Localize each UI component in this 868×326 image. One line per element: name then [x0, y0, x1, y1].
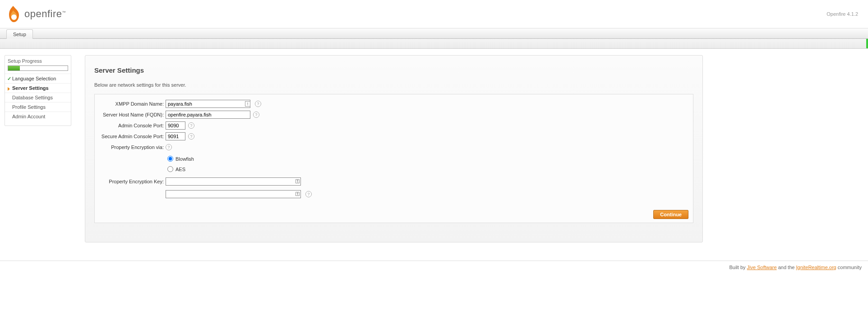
- form-box: XMPP Domain Name: ! ? Server Host Name (…: [94, 94, 693, 223]
- tab-bar: Setup: [0, 28, 868, 39]
- flame-icon: [5, 5, 21, 23]
- key-icon: ⚿: [295, 179, 301, 184]
- row-admin-port: Admin Console Port: ?: [100, 121, 688, 130]
- step-list: Language Selection Server Settings Datab…: [5, 74, 71, 121]
- radio-aes[interactable]: [167, 166, 173, 172]
- step-database: Database Settings: [5, 93, 71, 102]
- radio-aes-label: AES: [175, 167, 185, 172]
- footer-link-jive[interactable]: Jive Software: [747, 265, 777, 270]
- footer-link-ignite[interactable]: IgniteRealtime.org: [796, 265, 836, 270]
- label-secure-port: Secure Admin Console Port:: [100, 134, 166, 139]
- page-title: Server Settings: [94, 66, 693, 74]
- row-enc-key-1: Property Encryption Key: ⚿: [100, 177, 688, 186]
- progress-bar: [8, 65, 68, 71]
- content-wrap: Setup Progress Language Selection Server…: [0, 49, 868, 251]
- brand-text: openfire™: [24, 8, 66, 20]
- server-settings-panel: Server Settings Below are network settin…: [85, 55, 703, 242]
- help-icon[interactable]: ?: [188, 133, 194, 140]
- footer-community: community: [836, 265, 862, 270]
- page-description: Below are network settings for this serv…: [94, 82, 693, 88]
- enc-key-section: Property Encryption Key: ⚿ ⚿ ?: [100, 177, 688, 199]
- step-language[interactable]: Language Selection: [5, 74, 71, 83]
- label-enc-key: Property Encryption Key:: [100, 179, 166, 184]
- input-admin-port[interactable]: [166, 121, 185, 130]
- footer: Built by Jive Software and the IgniteRea…: [0, 261, 868, 274]
- label-xmpp-domain: XMPP Domain Name:: [100, 101, 166, 107]
- label-admin-port: Admin Console Port:: [100, 123, 166, 128]
- input-secure-port[interactable]: [166, 132, 185, 140]
- help-icon[interactable]: ?: [188, 122, 194, 129]
- row-secure-port: Secure Admin Console Port: ?: [100, 131, 688, 141]
- help-icon[interactable]: ?: [255, 101, 261, 107]
- key-icon: ⚿: [295, 191, 301, 197]
- radio-blowfish[interactable]: [167, 156, 173, 162]
- version-label: Openfire 4.1.2: [826, 11, 863, 17]
- label-prop-enc-via: Property Encryption via:: [100, 144, 166, 150]
- input-enc-key-1[interactable]: [166, 177, 301, 186]
- svg-point-0: [11, 14, 17, 20]
- radio-aes-row[interactable]: AES: [167, 166, 688, 172]
- progress-fill: [8, 66, 20, 70]
- warning-icon: !: [245, 101, 250, 107]
- header-bar: openfire™ Openfire 4.1.2: [0, 0, 868, 28]
- row-server-host: Server Host Name (FQDN): ?: [100, 110, 688, 120]
- help-icon[interactable]: ?: [305, 191, 312, 197]
- sidebar-title: Setup Progress: [5, 56, 71, 65]
- step-server[interactable]: Server Settings: [5, 83, 71, 93]
- main-panel-wrap: Server Settings Below are network settin…: [85, 55, 703, 242]
- help-icon[interactable]: ?: [166, 144, 172, 150]
- row-prop-enc-via: Property Encryption via: ?: [100, 142, 688, 152]
- accent-edge: [866, 39, 868, 48]
- step-profile: Profile Settings: [5, 102, 71, 112]
- radio-blowfish-label: Blowfish: [175, 156, 194, 162]
- footer-built-by: Built by: [729, 265, 747, 270]
- continue-button[interactable]: Continue: [653, 210, 688, 219]
- input-enc-key-2[interactable]: [166, 190, 301, 198]
- panel-padding: [94, 223, 693, 234]
- tab-setup[interactable]: Setup: [6, 29, 33, 39]
- help-icon[interactable]: ?: [253, 112, 259, 118]
- row-xmpp-domain: XMPP Domain Name: ! ?: [100, 99, 688, 109]
- sub-bar: [0, 39, 868, 49]
- setup-progress-sidebar: Setup Progress Language Selection Server…: [5, 55, 71, 126]
- input-server-host[interactable]: [166, 111, 250, 119]
- encryption-radio-group: Blowfish AES: [100, 156, 688, 172]
- input-xmpp-domain[interactable]: [166, 100, 250, 108]
- brand-logo: openfire™: [5, 5, 66, 23]
- radio-blowfish-row[interactable]: Blowfish: [167, 156, 688, 162]
- row-enc-key-2: ⚿ ?: [100, 189, 688, 199]
- label-server-host: Server Host Name (FQDN):: [100, 112, 166, 117]
- footer-and-the: and the: [777, 265, 796, 270]
- step-admin: Admin Account: [5, 112, 71, 121]
